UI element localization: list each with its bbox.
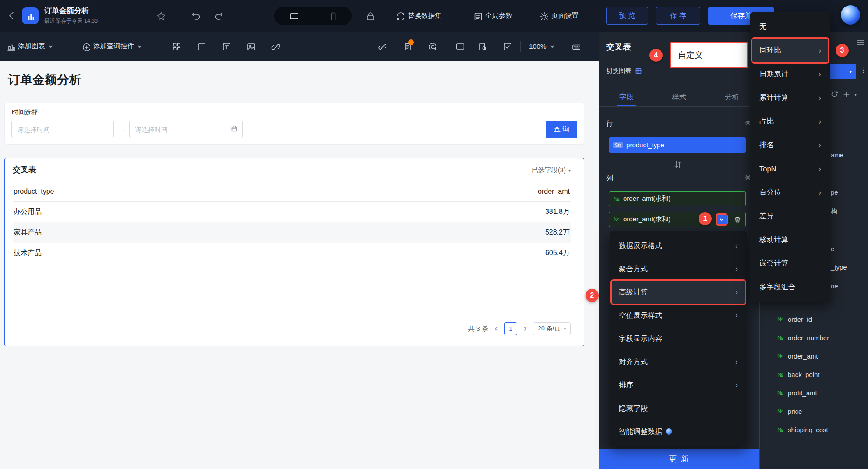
share-link-icon[interactable] xyxy=(378,42,386,50)
field-name: order_number xyxy=(788,334,829,341)
col-field-chip-active[interactable]: № order_amt(求和) xyxy=(609,212,746,227)
dataset-field[interactable]: №order_number xyxy=(777,328,829,347)
swap-rows-cols-icon[interactable] xyxy=(673,160,681,168)
field-name: order_amt xyxy=(788,352,818,360)
undo-icon[interactable] xyxy=(191,11,200,20)
device-toggle[interactable] xyxy=(274,7,352,25)
lock-icon[interactable] xyxy=(365,11,374,20)
dataset-field[interactable]: №back_point xyxy=(777,365,829,384)
submenu-item-topn[interactable]: TopN› xyxy=(752,157,828,181)
add-query-control-button[interactable]: 添加查询控件 xyxy=(81,32,142,61)
chevron-down-icon[interactable]: ▾ xyxy=(854,92,857,97)
preview-button[interactable]: 预 览 xyxy=(606,7,648,25)
check-square-icon[interactable] xyxy=(502,42,511,50)
cross-table-widget[interactable]: 交叉表 已选字段(3) ▾ product_type order_amt 办公用… xyxy=(4,158,584,346)
mobile-view-icon[interactable] xyxy=(313,7,352,25)
menu-item-alignment[interactable]: 对齐方式› xyxy=(612,350,745,373)
component-grid-icon[interactable] xyxy=(172,42,180,50)
cell-order-amt: 605.4万 xyxy=(545,249,570,258)
query-label: 查 询 xyxy=(554,125,569,134)
selected-fields-label: 已选字段(3) xyxy=(532,166,566,174)
zoom-control[interactable]: 100% xyxy=(529,32,555,61)
screen-icon[interactable] xyxy=(455,42,464,50)
dataset-field[interactable]: №price xyxy=(777,402,829,420)
save-button[interactable]: 保 存 xyxy=(656,7,700,25)
query-button[interactable]: 查 询 xyxy=(546,121,577,138)
menu-item-smart-adjust[interactable]: 智能调整数据 xyxy=(612,420,745,443)
menu-item-aggregation[interactable]: 聚合方式› xyxy=(612,257,745,281)
measure-icon: № xyxy=(614,195,620,202)
selected-fields-dropdown[interactable]: 已选字段(3) ▾ xyxy=(532,166,571,174)
dataset-field[interactable]: №order_id xyxy=(777,310,829,328)
col-field-chip[interactable]: № order_amt(求和) xyxy=(609,191,746,206)
submenu-item-none[interactable]: 无 xyxy=(752,15,828,39)
field-name: back_point xyxy=(788,371,820,378)
kanban-card-icon[interactable] xyxy=(197,42,205,50)
submenu-item-difference[interactable]: 差异 xyxy=(752,204,828,228)
kebab-menu-icon[interactable] xyxy=(860,67,867,74)
menu-item-advanced-calc[interactable]: 高级计算› xyxy=(612,281,745,304)
dataset-field[interactable]: №shipping_cost xyxy=(777,420,829,439)
replace-dataset-button[interactable]: 替换数据集 xyxy=(395,0,442,32)
custom-option-overlay[interactable]: 自定义 xyxy=(670,42,748,68)
collapse-panel-icon[interactable] xyxy=(855,37,864,46)
submenu-item-running-total[interactable]: 累计计算› xyxy=(752,86,828,110)
notes-icon[interactable] xyxy=(402,42,411,50)
submenu-item-multi-field[interactable]: 多字段组合 xyxy=(752,275,828,299)
col-header-product-type: product_type xyxy=(14,188,54,195)
dataset-selector-fragment[interactable]: ▾ xyxy=(826,64,856,79)
submenu-item-rank[interactable]: 排名› xyxy=(752,133,828,157)
refresh-icon[interactable] xyxy=(831,91,838,98)
link-icon[interactable] xyxy=(271,42,280,50)
back-button[interactable] xyxy=(7,11,16,19)
submenu-item-proportion[interactable]: 占比› xyxy=(752,110,828,133)
menu-item-data-format[interactable]: 数据展示格式› xyxy=(612,234,745,257)
dataset-field[interactable]: №order_amt xyxy=(777,347,829,365)
mention-comment-icon[interactable] xyxy=(427,42,436,50)
add-field-icon[interactable] xyxy=(843,91,850,98)
page-size-select[interactable]: 20 条/页 ▾ xyxy=(533,322,571,335)
menu-item-hide-field[interactable]: 隐藏字段 xyxy=(612,397,745,420)
menu-item-field-display[interactable]: 字段显示内容 xyxy=(612,327,745,350)
desktop-view-icon[interactable] xyxy=(274,7,313,25)
field-menu-caret-button[interactable] xyxy=(717,215,727,224)
keyboard-icon[interactable] xyxy=(572,42,580,50)
prev-page-icon[interactable] xyxy=(494,326,499,331)
switch-chart-control[interactable]: 切换图表 xyxy=(606,67,642,75)
canvas-toolbar: 添加图表 添加查询控件 100% xyxy=(0,32,599,61)
page-settings-button[interactable]: 页面设置 xyxy=(539,0,579,32)
measure-icon: № xyxy=(614,216,620,223)
add-chart-button[interactable]: 添加图表 xyxy=(6,32,53,61)
favorite-star-icon[interactable] xyxy=(156,11,165,20)
doc-search-icon[interactable] xyxy=(477,42,486,50)
next-page-icon[interactable] xyxy=(522,326,528,331)
tab-analysis[interactable]: 分析 xyxy=(725,87,739,106)
image-icon[interactable] xyxy=(246,42,255,50)
row-field-chip[interactable]: Str product_type xyxy=(609,137,746,153)
submenu-item-nested-calc[interactable]: 嵌套计算 xyxy=(752,252,828,275)
submenu-item-moving-calc[interactable]: 移动计算 xyxy=(752,228,828,252)
menu-item-sort[interactable]: 排序› xyxy=(612,373,745,397)
delete-field-trash-icon[interactable] xyxy=(734,216,741,223)
page-number[interactable]: 1 xyxy=(504,322,517,335)
menu-item-label: TopN xyxy=(759,165,776,173)
submenu-item-date-cumulative[interactable]: 日期累计› xyxy=(752,62,828,86)
col-header-order-amt: order_amt xyxy=(538,188,570,195)
tab-fields[interactable]: 字段 xyxy=(619,87,634,106)
chevron-right-icon: › xyxy=(819,117,821,126)
date-end-input[interactable] xyxy=(129,121,243,138)
ai-assistant-button[interactable] xyxy=(841,5,860,25)
submenu-item-yoy-mom[interactable]: 同环比› xyxy=(752,39,828,62)
measure-icon: № xyxy=(777,426,783,433)
tab-style[interactable]: 样式 xyxy=(672,87,687,106)
cell-order-amt: 528.2万 xyxy=(545,228,570,237)
update-button[interactable]: 更 新 xyxy=(599,449,759,469)
dataset-field[interactable]: №profit_amt xyxy=(777,384,829,402)
date-start-input[interactable] xyxy=(11,121,114,138)
text-block-icon[interactable] xyxy=(222,42,230,50)
save-publish-label: 保存并 xyxy=(730,11,752,21)
global-params-button[interactable]: 全局参数 xyxy=(473,0,512,32)
redo-icon[interactable] xyxy=(214,11,222,20)
menu-item-null-style[interactable]: 空值展示样式› xyxy=(612,304,745,327)
submenu-item-percentile[interactable]: 百分位› xyxy=(752,181,828,204)
